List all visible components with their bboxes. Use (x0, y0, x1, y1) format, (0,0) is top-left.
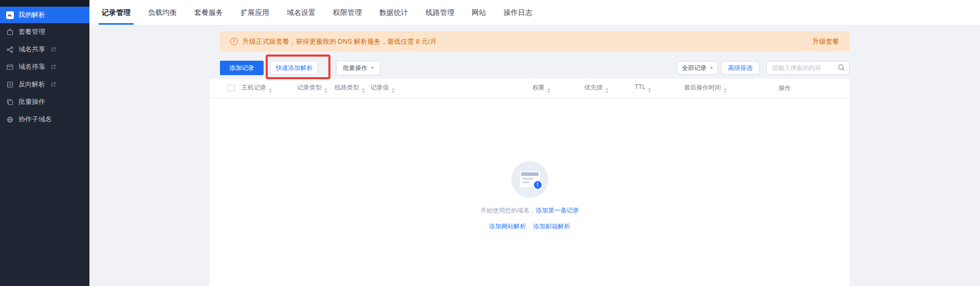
column-header-record-value[interactable]: 记录值 (365, 79, 527, 98)
batch-operation-label: 批量操作 (343, 64, 367, 73)
column-header-record-type[interactable]: 记录类型 (292, 79, 329, 98)
tab-load-balancing[interactable]: 负载均衡 (139, 0, 186, 25)
document-placeholder-icon: ! (520, 171, 540, 187)
column-header-actions: 操作 (773, 79, 849, 98)
advanced-filter-button[interactable]: 高级筛选 (721, 61, 760, 75)
sidebar-item-label: 我的解析 (19, 10, 45, 20)
record-toolbar: 添加记录 快速添加解析 批量操作 ▾ 全部记录 ▾ 高级筛选 (220, 61, 849, 75)
column-header-ttl[interactable]: TTL (630, 79, 679, 98)
batch-operation-button[interactable]: 批量操作 ▾ (336, 61, 380, 75)
chevron-down-icon: ▾ (710, 65, 713, 70)
chevron-down-icon: ▾ (371, 65, 374, 70)
column-header-priority[interactable]: 优先级 (579, 79, 630, 98)
tab-statistics[interactable]: 数据统计 (371, 0, 417, 25)
empty-state-hint: 开始使用您的域名，添加第一条记录 (480, 206, 579, 215)
add-website-dns-link[interactable]: 添加网站解析 (489, 222, 526, 231)
column-header-line-type[interactable]: 线路类型 (329, 79, 365, 98)
tab-package-service[interactable]: 套餐服务 (186, 0, 232, 25)
sort-icon (724, 88, 727, 93)
column-header-weight[interactable]: 权重 (527, 79, 579, 98)
upgrade-banner-message: 升级正式版套餐，获得更极致的 DNS 解析服务，最低仅需 8 元/月 (243, 37, 437, 46)
empty-state-links: 添加网站解析 添加邮箱解析 (489, 222, 570, 231)
sort-icon (324, 88, 327, 93)
toolbar-right-group: 全部记录 ▾ 高级筛选 (677, 61, 849, 75)
record-filter-dropdown[interactable]: 全部记录 ▾ (677, 61, 718, 75)
column-header-last-operated[interactable]: 最后操作时间 (679, 79, 773, 98)
upgrade-package-link[interactable]: 升级套餐 (812, 37, 839, 46)
search-box (766, 61, 849, 75)
exclamation-badge-icon: ! (533, 180, 543, 190)
main-area: 记录管理 负载均衡 套餐服务 扩展应用 域名设置 权限管理 数据统计 线路管理 … (89, 0, 980, 286)
sort-icon (605, 88, 608, 93)
globe-icon (6, 116, 14, 123)
select-all-checkbox[interactable] (228, 84, 235, 92)
external-link-icon (51, 64, 56, 69)
browser-window-icon (6, 63, 14, 71)
sidebar-item-package-management[interactable]: 套餐管理 (0, 23, 89, 41)
sidebar-item-label: 批量操作 (19, 97, 45, 106)
search-icon[interactable] (838, 64, 845, 72)
quick-add-dns-button[interactable]: 快速添加解析 (270, 61, 318, 75)
column-header-host[interactable]: 主机记录 (236, 79, 292, 98)
empty-records-icon: ! (511, 161, 548, 198)
document-icon (6, 81, 14, 88)
sidebar-item-collaborative-subdomains[interactable]: 协作子域名 (0, 111, 89, 128)
tab-website[interactable]: 网站 (463, 0, 495, 25)
tab-domain-settings[interactable]: 域名设置 (278, 0, 324, 25)
sort-icon (269, 88, 272, 93)
sidebar-top-strip (0, 0, 89, 7)
sidebar-item-my-dns[interactable]: w. 我的解析 (0, 7, 89, 23)
content-area: ! 升级正式版套餐，获得更极致的 DNS 解析服务，最低仅需 8 元/月 升级套… (89, 25, 980, 286)
sidebar-item-label: 套餐管理 (19, 27, 45, 37)
warning-icon: ! (230, 38, 238, 45)
sidebar-item-domain-parking[interactable]: 域名停靠 (0, 58, 89, 76)
sidebar-item-reverse-dns[interactable]: 反向解析 (0, 76, 89, 93)
records-table: 主机记录 记录类型 线路类型 记录值 权重 (210, 79, 849, 98)
tab-operation-log[interactable]: 操作日志 (495, 0, 541, 25)
tab-extended-apps[interactable]: 扩展应用 (232, 0, 278, 25)
copy-stack-icon (6, 98, 14, 106)
tab-bar: 记录管理 负载均衡 套餐服务 扩展应用 域名设置 权限管理 数据统计 线路管理 … (89, 0, 980, 25)
external-link-icon (51, 47, 56, 52)
tab-permission-management[interactable]: 权限管理 (324, 0, 371, 25)
add-first-record-link[interactable]: 添加第一条记录 (536, 207, 579, 214)
upgrade-banner: ! 升级正式版套餐，获得更极致的 DNS 解析服务，最低仅需 8 元/月 升级套… (220, 31, 849, 51)
tab-record-management[interactable]: 记录管理 (93, 0, 139, 25)
sidebar-item-label: 域名共享 (19, 45, 45, 54)
sort-icon (392, 88, 395, 93)
domain-favicon-icon: w. (6, 11, 14, 19)
sidebar-item-domain-sharing[interactable]: 域名共享 (0, 41, 89, 58)
sidebar: w. 我的解析 套餐管理 域名共享 域名停靠 反向解析 (0, 0, 89, 286)
sidebar-item-label: 域名停靠 (19, 62, 45, 72)
tab-line-management[interactable]: 线路管理 (417, 0, 463, 25)
package-icon (6, 28, 14, 36)
sidebar-item-label: 协作子域名 (19, 115, 52, 124)
record-filter-label: 全部记录 (682, 64, 707, 73)
sidebar-item-label: 反向解析 (19, 80, 45, 89)
search-input[interactable] (766, 61, 849, 75)
external-link-icon (51, 82, 56, 87)
sort-icon (362, 88, 365, 93)
sort-icon (648, 87, 651, 93)
share-icon (6, 46, 14, 53)
records-table-card: 主机记录 记录类型 线路类型 记录值 权重 (210, 79, 849, 286)
table-header-row: 主机记录 记录类型 线路类型 记录值 权重 (210, 79, 849, 98)
sidebar-item-batch-operations[interactable]: 批量操作 (0, 93, 89, 111)
add-record-button[interactable]: 添加记录 (220, 61, 264, 75)
add-mail-dns-link[interactable]: 添加邮箱解析 (533, 222, 570, 231)
empty-state: ! 开始使用您的域名，添加第一条记录 添加网站解析 添加邮箱解析 (210, 161, 849, 231)
sort-icon (547, 88, 550, 93)
